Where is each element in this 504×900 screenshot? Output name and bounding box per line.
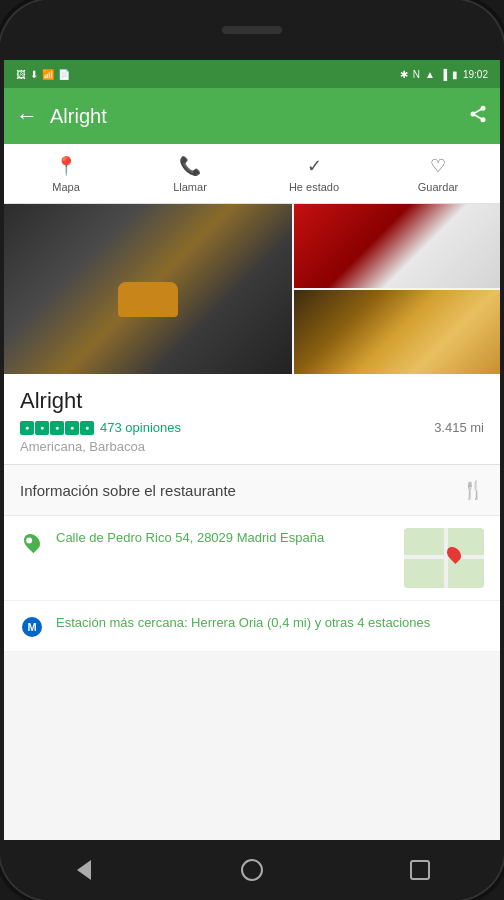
battery-icon: ▮ xyxy=(452,69,458,80)
back-nav-button[interactable] xyxy=(69,855,99,885)
status-icons-right: ✱ N ▲ ▐ ▮ 19:02 xyxy=(400,69,488,80)
action-bar: 📍 Mapa 📞 Llamar ✓ He estado ♡ Guardar xyxy=(4,144,500,204)
action-call[interactable]: 📞 Llamar xyxy=(128,155,252,193)
photo-main-bg xyxy=(4,204,292,374)
svg-point-1 xyxy=(471,111,476,116)
action-map-label: Mapa xyxy=(52,181,80,193)
photo-side xyxy=(294,204,500,374)
location-pin-icon xyxy=(21,531,44,554)
action-save[interactable]: ♡ Guardar xyxy=(376,155,500,193)
photo-top-right-bg xyxy=(294,204,500,288)
restaurant-name: Alright xyxy=(20,388,484,414)
section-header-text: Información sobre el restaurante xyxy=(20,482,236,499)
photo-section xyxy=(4,204,500,374)
wifi-icon: ▲ xyxy=(425,69,435,80)
star-3 xyxy=(50,421,64,435)
back-nav-icon xyxy=(77,860,91,880)
address-text: Calle de Pedro Rico 54, 28029 Madrid Esp… xyxy=(56,528,324,548)
action-visited[interactable]: ✓ He estado xyxy=(252,155,376,193)
toolbar-title: Alright xyxy=(50,105,107,128)
nfc-icon: N xyxy=(413,69,420,80)
fork-knife-icon: 🍴 xyxy=(462,479,484,501)
photo-bottom-right-bg xyxy=(294,290,500,374)
stars-container xyxy=(20,421,94,435)
speaker xyxy=(222,26,282,34)
status-icons-left: 🖼 ⬇ 📶 📄 xyxy=(16,69,70,80)
metro-icon-container: M xyxy=(20,615,44,639)
svg-point-0 xyxy=(481,105,486,110)
rating-row: 473 opiniones 3.415 mi xyxy=(20,420,484,435)
status-bar: 🖼 ⬇ 📶 📄 ✱ N ▲ ▐ ▮ 19:02 xyxy=(4,60,500,88)
recents-nav-button[interactable] xyxy=(405,855,435,885)
action-call-label: Llamar xyxy=(173,181,207,193)
phone-frame: 🖼 ⬇ 📶 📄 ✱ N ▲ ▐ ▮ 19:02 ← Alright xyxy=(0,0,504,900)
action-save-label: Guardar xyxy=(418,181,458,193)
home-nav-icon xyxy=(241,859,263,881)
star-5 xyxy=(80,421,94,435)
section-header: Información sobre el restaurante 🍴 xyxy=(4,465,500,516)
image-status-icon: 🖼 xyxy=(16,69,26,80)
photo-main xyxy=(4,204,292,374)
map-road-vertical xyxy=(444,528,448,588)
metro-text: Estación más cercana: Herrera Oria (0,4 … xyxy=(56,613,430,633)
recents-nav-icon xyxy=(410,860,430,880)
screen: 🖼 ⬇ 📶 📄 ✱ N ▲ ▐ ▮ 19:02 ← Alright xyxy=(4,60,500,840)
clock: 19:02 xyxy=(463,69,488,80)
home-nav-button[interactable] xyxy=(237,855,267,885)
star-1 xyxy=(20,421,34,435)
toolbar-left: ← Alright xyxy=(16,103,107,129)
svg-point-2 xyxy=(481,117,486,122)
map-thumbnail[interactable] xyxy=(404,528,484,588)
action-map[interactable]: 📍 Mapa xyxy=(4,155,128,193)
metro-icon: M xyxy=(22,617,42,637)
map-icon: 📍 xyxy=(55,155,77,177)
phone-bottom-nav xyxy=(0,840,504,900)
address-icon-container xyxy=(20,530,44,554)
bluetooth-icon: ✱ xyxy=(400,69,408,80)
cuisine-type: Americana, Barbacoa xyxy=(20,439,484,454)
map-bg xyxy=(404,528,484,588)
toolbar: ← Alright xyxy=(4,88,500,144)
svg-line-4 xyxy=(475,109,481,112)
phone-top xyxy=(0,0,504,60)
sim-status-icon: 📶 xyxy=(42,69,54,80)
share-button[interactable] xyxy=(468,104,488,129)
save-icon: ♡ xyxy=(430,155,446,177)
svg-line-3 xyxy=(475,115,481,118)
call-icon: 📞 xyxy=(179,155,201,177)
photo-top-right xyxy=(294,204,500,288)
star-4 xyxy=(65,421,79,435)
back-button[interactable]: ← xyxy=(16,103,38,129)
visited-icon: ✓ xyxy=(307,155,322,177)
info-section: Alright 473 opiniones 3.415 mi Americana… xyxy=(4,374,500,464)
file-status-icon: 📄 xyxy=(58,69,70,80)
action-visited-label: He estado xyxy=(289,181,339,193)
metro-row[interactable]: M Estación más cercana: Herrera Oria (0,… xyxy=(4,601,500,652)
distance: 3.415 mi xyxy=(434,420,484,435)
address-row[interactable]: Calle de Pedro Rico 54, 28029 Madrid Esp… xyxy=(4,516,500,601)
rating-left: 473 opiniones xyxy=(20,420,181,435)
photo-bottom-right xyxy=(294,290,500,374)
star-2 xyxy=(35,421,49,435)
signal-icon: ▐ xyxy=(440,69,447,80)
download-status-icon: ⬇ xyxy=(30,69,38,80)
opinions-count: 473 opiniones xyxy=(100,420,181,435)
